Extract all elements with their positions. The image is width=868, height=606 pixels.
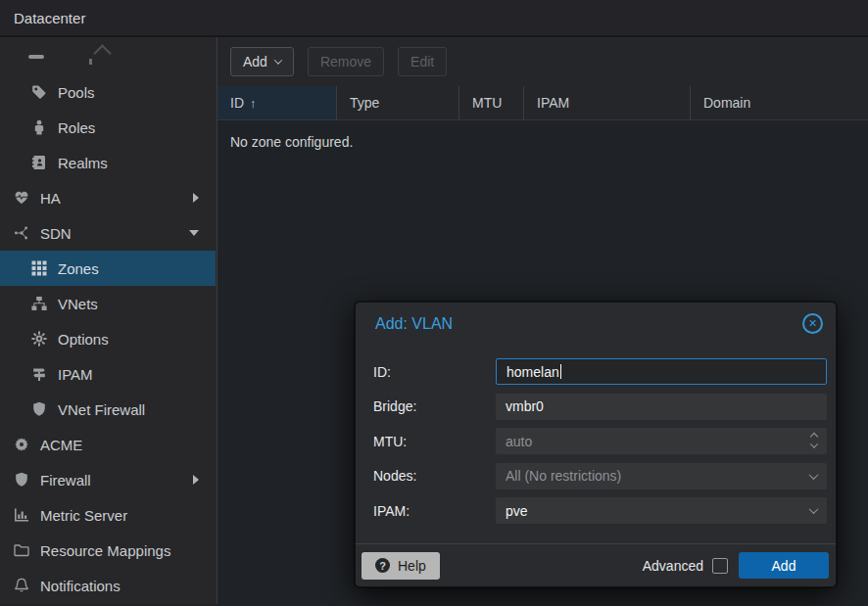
sidebar-item-acme[interactable]: ACME (0, 427, 216, 462)
advanced-label: Advanced (643, 558, 703, 574)
tree-caret-down-icon (189, 230, 199, 236)
mtu-placeholder: auto (506, 434, 532, 449)
tag-icon (29, 84, 49, 100)
bridge-input[interactable]: vmbr0 (496, 394, 827, 420)
sidebar-item-label: Options (58, 331, 109, 348)
sidebar-item-sdn[interactable]: SDN (0, 215, 216, 251)
sidebar-item-label: Roles (58, 119, 95, 136)
bridge-field-label: Bridge: (373, 398, 496, 414)
remove-button[interactable]: Remove (308, 47, 384, 76)
ipam-select-value: pve (506, 503, 528, 519)
question-circle-icon (375, 558, 390, 573)
dropdown-chevron-icon[interactable] (810, 497, 817, 524)
certificate-icon (12, 437, 31, 452)
add-button-label: Add (243, 54, 267, 70)
sidebar-item-label: Resource Mappings (40, 542, 170, 559)
sitemap-icon (29, 296, 49, 311)
add-button[interactable]: Add (230, 47, 294, 76)
sidebar-item-ha[interactable]: HA (0, 180, 216, 215)
submit-add-label: Add (772, 558, 796, 574)
sidebar-item-vnet-firewall[interactable]: VNet Firewall (0, 392, 216, 427)
sidebar-item-roles[interactable]: Roles (0, 110, 216, 145)
add-vlan-dialog: Add: VLAN ID: homelan Bridge: vmbr0 MTU:… (355, 302, 837, 587)
sidebar-item-pools[interactable]: Pools (0, 74, 216, 110)
network-icon (12, 225, 31, 241)
sidebar-item-label: SDN (40, 225, 72, 242)
sidebar-tree: PoolsRolesRealmsHASDNZonesVNetsOptionsIP… (0, 37, 217, 604)
sidebar-item-firewall[interactable]: Firewall (0, 462, 216, 497)
dialog-header[interactable]: Add: VLAN (356, 303, 836, 345)
clipped-tree-row-fragment (89, 59, 92, 65)
sidebar-item-vnets[interactable]: VNets (0, 286, 216, 321)
sidebar-item-label: ACME (40, 437, 82, 453)
map-signs-icon (29, 366, 49, 382)
column-label: ID (230, 95, 244, 111)
column-header-domain[interactable]: Domain (691, 86, 867, 119)
grid-header: ID Type MTU IPAM Domain (217, 86, 868, 120)
sidebar-item-notifications[interactable]: Notifications (0, 568, 216, 603)
breadcrumb-bar: Datacenter (0, 0, 868, 37)
user-icon (29, 119, 49, 135)
sidebar-item-options[interactable]: Options (0, 321, 216, 356)
submit-add-button[interactable]: Add (739, 552, 829, 579)
tree-caret-right-icon (193, 193, 199, 203)
nodes-field-label: Nodes: (373, 468, 496, 484)
sidebar-item-resource-mappings[interactable]: Resource Mappings (0, 533, 216, 568)
column-header-mtu[interactable]: MTU (459, 86, 524, 119)
column-header-id[interactable]: ID (217, 86, 337, 119)
sort-ascending-icon (250, 95, 257, 111)
grid-empty-text: No zone configured. (230, 134, 353, 150)
column-label: Domain (703, 95, 750, 111)
bridge-input-value: vmbr0 (506, 398, 544, 414)
tree-caret-right-icon (193, 475, 199, 485)
sidebar-item-zones[interactable]: Zones (0, 251, 216, 286)
nodes-placeholder: All (No restrictions) (506, 468, 621, 484)
zones-toolbar: Add Remove Edit (217, 37, 868, 86)
sidebar-item-label: Firewall (40, 472, 91, 489)
chevron-down-icon (274, 56, 282, 64)
column-header-type[interactable]: Type (337, 86, 459, 119)
spinner-arrows-icon[interactable] (811, 428, 817, 454)
bar-chart-icon (12, 507, 31, 523)
heartbeat-icon (12, 190, 31, 206)
edit-button-label: Edit (410, 54, 434, 70)
sidebar-item-realms[interactable]: Realms (0, 145, 216, 180)
close-icon[interactable] (802, 313, 823, 334)
sidebar-item-label: Pools (58, 84, 95, 101)
help-button[interactable]: Help (362, 552, 440, 580)
folder-icon (12, 542, 31, 558)
gear-icon (29, 331, 49, 347)
sidebar-item-metric-server[interactable]: Metric Server (0, 497, 216, 533)
sidebar-item-label: Realms (58, 155, 108, 171)
sidebar-item-label: IPAM (58, 366, 93, 383)
remove-button-label: Remove (320, 54, 371, 70)
ipam-field-label: IPAM: (373, 503, 496, 519)
clipped-tree-row (28, 55, 44, 59)
ipam-select[interactable]: pve (496, 497, 827, 524)
dialog-footer: Help Advanced Add (356, 543, 836, 586)
id-input[interactable]: homelan (496, 358, 827, 385)
scroll-up-indicator-icon[interactable] (93, 44, 111, 62)
mtu-spinner[interactable]: auto (496, 428, 827, 454)
sidebar-item-label: Metric Server (40, 507, 127, 524)
id-field-label: ID: (373, 364, 496, 380)
proxmox-app: Datacenter PoolsRolesRealmsHASDNZonesVNe… (0, 0, 868, 606)
sidebar-item-label: Zones (58, 260, 99, 277)
dialog-title: Add: VLAN (375, 315, 802, 333)
column-label: MTU (472, 95, 502, 111)
sidebar-item-label: Notifications (40, 578, 121, 594)
bell-icon (12, 578, 31, 593)
edit-button[interactable]: Edit (398, 47, 447, 76)
column-header-ipam[interactable]: IPAM (524, 86, 691, 119)
column-label: IPAM (537, 95, 569, 111)
mtu-field-label: MTU: (373, 434, 496, 449)
grid-icon (29, 260, 49, 276)
text-cursor (560, 364, 562, 379)
sidebar-item-label: VNets (58, 296, 98, 312)
nodes-select[interactable]: All (No restrictions) (496, 463, 827, 489)
dropdown-chevron-icon[interactable] (810, 463, 817, 489)
advanced-checkbox[interactable] (712, 558, 728, 574)
shield-icon (12, 472, 31, 488)
sidebar-item-label: HA (40, 190, 61, 207)
sidebar-item-ipam[interactable]: IPAM (0, 356, 216, 392)
